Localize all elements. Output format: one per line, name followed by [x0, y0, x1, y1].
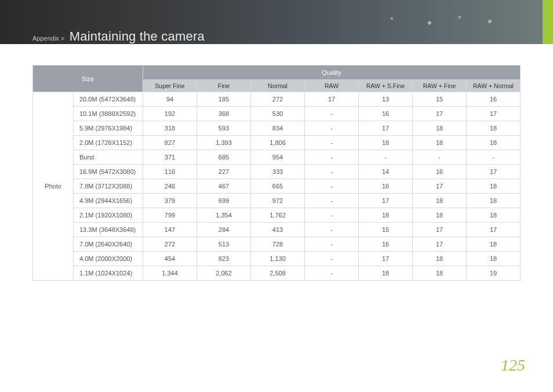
size-cell: 4.9M (2944X1656) [74, 194, 143, 208]
value-cell: 246 [143, 179, 197, 194]
value-cell: 18 [467, 252, 521, 266]
value-cell: - [305, 223, 359, 237]
table-row: Burst 371 685 954 - - - - [33, 150, 521, 165]
value-cell: - [305, 121, 359, 136]
value-cell: - [305, 165, 359, 179]
size-cell: 10.1M (3888X2592) [74, 107, 143, 121]
size-cell: 20.0M (5472X3648) [74, 92, 143, 107]
value-cell: - [305, 208, 359, 223]
value-cell: - [305, 194, 359, 208]
capacity-table: Size Quality Super Fine Fine Normal RAW … [32, 65, 521, 281]
value-cell: 368 [197, 107, 251, 121]
value-cell: 972 [251, 194, 305, 208]
value-cell: 1,393 [197, 136, 251, 150]
table-row: 1.1M (1024X1024) 1,344 2,062 2,508 - 18 … [33, 266, 521, 281]
value-cell: 823 [197, 252, 251, 266]
th-raw-sfine: RAW + S.Fine [359, 80, 413, 92]
value-cell: 17 [413, 223, 467, 237]
table-row: 7.0M (2640X2640) 272 513 728 - 16 17 18 [33, 237, 521, 252]
value-cell: 17 [359, 121, 413, 136]
group-label: Photo [33, 92, 74, 281]
value-cell: - [467, 150, 521, 165]
value-cell: 17 [467, 223, 521, 237]
value-cell: 593 [197, 121, 251, 136]
value-cell: 18 [413, 266, 467, 281]
value-cell: 1,354 [197, 208, 251, 223]
size-cell: 13.3M (3648X3648) [74, 223, 143, 237]
th-size: Size [33, 66, 143, 92]
value-cell: 1,130 [251, 252, 305, 266]
th-super-fine: Super Fine [143, 80, 197, 92]
value-cell: 18 [467, 208, 521, 223]
value-cell: 16 [359, 237, 413, 252]
value-cell: 18 [467, 121, 521, 136]
value-cell: 318 [143, 121, 197, 136]
value-cell: - [305, 252, 359, 266]
value-cell: 192 [143, 107, 197, 121]
value-cell: 685 [197, 150, 251, 165]
value-cell: 16 [359, 107, 413, 121]
value-cell: 16 [359, 179, 413, 194]
value-cell: 14 [359, 165, 413, 179]
value-cell: 284 [197, 223, 251, 237]
value-cell: 954 [251, 150, 305, 165]
value-cell: 227 [197, 165, 251, 179]
table-row: 5.9M (2976X1984) 318 593 834 - 17 18 18 [33, 121, 521, 136]
header-banner: Appendix > Maintaining the camera [0, 0, 553, 44]
value-cell: 454 [143, 252, 197, 266]
value-cell: 333 [251, 165, 305, 179]
value-cell: - [305, 150, 359, 165]
value-cell: 1,762 [251, 208, 305, 223]
value-cell: 17 [413, 107, 467, 121]
value-cell: 18 [413, 136, 467, 150]
value-cell: 413 [251, 223, 305, 237]
value-cell: 17 [467, 107, 521, 121]
page-title: Maintaining the camera [70, 29, 205, 43]
value-cell: 17 [413, 237, 467, 252]
table-row: 16.9M (5472X3080) 116 227 333 - 14 16 17 [33, 165, 521, 179]
value-cell: - [305, 136, 359, 150]
table-row: Photo 20.0M (5472X3648) 94 185 272 17 13… [33, 92, 521, 107]
page-number: 125 [501, 356, 525, 375]
value-cell: 19 [467, 266, 521, 281]
th-raw-fine: RAW + Fine [413, 80, 467, 92]
value-cell: 18 [467, 194, 521, 208]
value-cell: 665 [251, 179, 305, 194]
value-cell: - [359, 150, 413, 165]
value-cell: - [305, 107, 359, 121]
value-cell: 2,508 [251, 266, 305, 281]
th-fine: Fine [197, 80, 251, 92]
value-cell: - [305, 266, 359, 281]
value-cell: 185 [197, 92, 251, 107]
value-cell: 13 [359, 92, 413, 107]
value-cell: 18 [467, 179, 521, 194]
page: Appendix > Maintaining the camera Size Q… [0, 0, 553, 392]
accent-bar [543, 0, 553, 44]
value-cell: 18 [359, 266, 413, 281]
value-cell: 17 [359, 194, 413, 208]
value-cell: 18 [413, 121, 467, 136]
table-row: 7.8M (3712X2088) 246 467 665 - 16 17 18 [33, 179, 521, 194]
value-cell: - [305, 179, 359, 194]
table-row: 4.9M (2944X1656) 379 699 972 - 17 18 18 [33, 194, 521, 208]
th-normal: Normal [251, 80, 305, 92]
size-cell: 5.9M (2976X1984) [74, 121, 143, 136]
size-cell: 2.0M (1728X1152) [74, 136, 143, 150]
value-cell: 18 [467, 136, 521, 150]
table-row: 4.0M (2000X2000) 454 823 1,130 - 17 18 1… [33, 252, 521, 266]
th-raw-normal: RAW + Normal [467, 80, 521, 92]
value-cell: 18 [359, 208, 413, 223]
value-cell: 834 [251, 121, 305, 136]
value-cell: 17 [467, 165, 521, 179]
value-cell: 16 [467, 92, 521, 107]
table-body: Photo 20.0M (5472X3648) 94 185 272 17 13… [33, 92, 521, 281]
size-cell: 4.0M (2000X2000) [74, 252, 143, 266]
value-cell: 1,806 [251, 136, 305, 150]
value-cell: 17 [413, 179, 467, 194]
size-cell: 16.9M (5472X3080) [74, 165, 143, 179]
table-row: 2.1M (1920X1080) 799 1,354 1,762 - 18 18… [33, 208, 521, 223]
value-cell: 1,344 [143, 266, 197, 281]
value-cell: 728 [251, 237, 305, 252]
value-cell: 530 [251, 107, 305, 121]
size-cell: 7.8M (3712X2088) [74, 179, 143, 194]
